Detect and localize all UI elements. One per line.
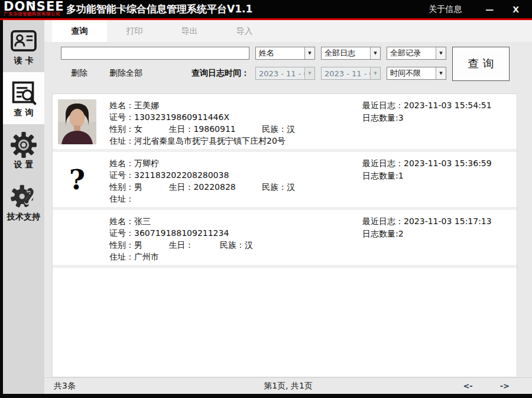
about-button[interactable]: 关于信息: [421, 2, 469, 17]
no-photo-placeholder: ?: [58, 157, 96, 202]
record-list: 姓名：王美娜 证号：13032319860911446X 性别：女 生日：198…: [52, 93, 517, 377]
donsee-logo: DONSEE 广东乐信智能科技有限公司: [0, 0, 64, 18]
sidebar-item-settings[interactable]: 设 置: [3, 124, 44, 176]
record-type-select[interactable]: 全部记录 ▼: [387, 47, 446, 60]
filter-panel: 姓名 ▼ 全部日志 ▼ 全部记录 ▼ 删除 删除全部 查询日志时间： 20: [44, 42, 532, 89]
log-type-select[interactable]: 全部日志 ▼: [321, 47, 381, 60]
chevron-down-icon[interactable]: ▼: [436, 47, 446, 59]
record-log-count: 2: [398, 229, 404, 238]
sidebar-label-settings: 设 置: [14, 160, 34, 170]
question-mark-icon: ?: [58, 157, 96, 202]
chevron-down-icon[interactable]: ▼: [436, 67, 446, 79]
window-left-border: [0, 20, 3, 394]
record-log-count: 3: [398, 113, 404, 122]
page-indicator: 第1页, 共1页: [44, 381, 532, 391]
record-log-time: 2023-11-03 15:54:51: [404, 101, 492, 110]
status-bar: 第1页, 共1页 共3条 <- ->: [44, 377, 532, 394]
portrait-photo: [58, 99, 96, 144]
date-to-select[interactable]: 2023 - 11 - 03 ▼: [321, 67, 381, 80]
chevron-down-icon: ▼: [370, 67, 380, 79]
record-row[interactable]: 姓名：张三 证号：360719188109211234 性别：男 生日： 民族：…: [53, 210, 517, 268]
search-input[interactable]: [61, 47, 249, 60]
record-ethnic: 汉: [287, 182, 295, 192]
total-count: 共3条: [54, 381, 76, 391]
sidebar-label-query: 查 询: [14, 108, 34, 118]
record-row[interactable]: 姓名：王美娜 证号：13032319860911446X 性别：女 生日：198…: [53, 94, 517, 152]
record-row[interactable]: ? 姓名：万卿柠 证号：321183202208280038 性别：男 生日：2…: [53, 152, 517, 210]
filter-actions: 删除 删除全部 查询日志时间：: [61, 67, 249, 80]
record-log-info: 最近日志：2023-11-03 15:36:59 日志数量:1: [362, 157, 492, 205]
record-name: 王美娜: [134, 101, 159, 110]
signal-icon: [26, 0, 34, 5]
tab-print[interactable]: 打印: [107, 20, 162, 42]
content-area: 查询 打印 导出 导入 姓名 ▼ 全部日志 ▼ 全部记录 ▼: [44, 20, 532, 394]
log-time-label: 查询日志时间：: [192, 68, 249, 79]
gear-icon: [11, 131, 37, 158]
sidebar: 读 卡 查 询: [0, 20, 44, 394]
chevron-down-icon[interactable]: ▼: [370, 47, 380, 59]
record-id: 321183202208280038: [134, 170, 229, 180]
window-bottom-border: [0, 394, 532, 398]
record-gender: 女: [134, 124, 142, 134]
record-birth: 19860911: [193, 124, 235, 134]
gear-wrench-icon: [11, 183, 37, 211]
record-gender: 男: [134, 182, 142, 192]
tab-export[interactable]: 导出: [162, 20, 217, 42]
delete-button[interactable]: 删除: [71, 68, 87, 79]
record-name: 万卿柠: [134, 158, 159, 168]
record-birth: 20220828: [193, 182, 235, 192]
delete-all-button[interactable]: 删除全部: [109, 68, 142, 79]
record-address: 河北省秦皇岛市抚宁县抚宁镇下庄村20号: [134, 136, 286, 145]
sidebar-item-support[interactable]: 技术支持: [3, 176, 44, 228]
record-info: 姓名：王美娜 证号：13032319860911446X 性别：女 生日：198…: [109, 99, 328, 147]
tab-query[interactable]: 查询: [52, 20, 107, 42]
prev-page-button[interactable]: <-: [459, 380, 476, 391]
record-name: 张三: [134, 216, 151, 226]
sidebar-label-read-card: 读 卡: [14, 56, 34, 66]
query-button[interactable]: 查询: [452, 47, 510, 81]
title-bar: DONSEE 广东乐信智能科技有限公司 多功能智能卡综合信息管理系统平台V1.1…: [0, 0, 532, 18]
sidebar-item-read-card[interactable]: 读 卡: [3, 20, 44, 72]
record-id: 13032319860911446X: [134, 112, 229, 122]
record-info: 姓名：万卿柠 证号：321183202208280038 性别：男 生日：202…: [109, 157, 328, 205]
record-log-time: 2023-11-03 15:17:13: [404, 216, 492, 226]
record-log-info: 最近日志：2023-11-03 15:17:13 日志数量:2: [362, 215, 492, 263]
close-button[interactable]: X: [505, 2, 526, 17]
record-ethnic: 汉: [245, 240, 253, 250]
next-page-button[interactable]: ->: [497, 380, 513, 391]
record-info: 姓名：张三 证号：360719188109211234 性别：男 生日： 民族：…: [109, 215, 328, 263]
chevron-down-icon[interactable]: ▼: [304, 47, 314, 59]
record-log-time: 2023-11-03 15:36:59: [404, 158, 492, 168]
record-address: 广州市: [134, 252, 159, 261]
chevron-down-icon: ▼: [304, 67, 314, 79]
sidebar-label-support: 技术支持: [7, 212, 40, 222]
record-log-count: 1: [398, 171, 404, 180]
document-search-icon: [11, 79, 37, 106]
app-window: DONSEE 广东乐信智能科技有限公司 多功能智能卡综合信息管理系统平台V1.1…: [0, 0, 532, 398]
window-title: 多功能智能卡综合信息管理系统平台V1.1: [66, 2, 252, 16]
tab-import[interactable]: 导入: [217, 20, 272, 42]
record-gender: 男: [134, 240, 142, 250]
empty-photo-area: [58, 215, 96, 260]
search-field-select[interactable]: 姓名 ▼: [255, 47, 315, 60]
record-ethnic: 汉: [287, 124, 295, 134]
id-card-icon: [10, 27, 37, 54]
minimize-button[interactable]: —: [478, 2, 501, 17]
record-log-info: 最近日志：2023-11-03 15:54:51 日志数量:3: [362, 99, 492, 147]
sidebar-item-query[interactable]: 查 询: [3, 72, 44, 124]
record-id: 360719188109211234: [134, 228, 229, 238]
time-limit-select[interactable]: 时间不限 ▼: [387, 67, 446, 80]
date-from-select[interactable]: 2023 - 11 - 03 ▼: [255, 67, 315, 80]
logo-company-name: 广东乐信智能科技有限公司: [4, 11, 64, 17]
tab-strip: 查询 打印 导出 导入: [44, 20, 532, 42]
